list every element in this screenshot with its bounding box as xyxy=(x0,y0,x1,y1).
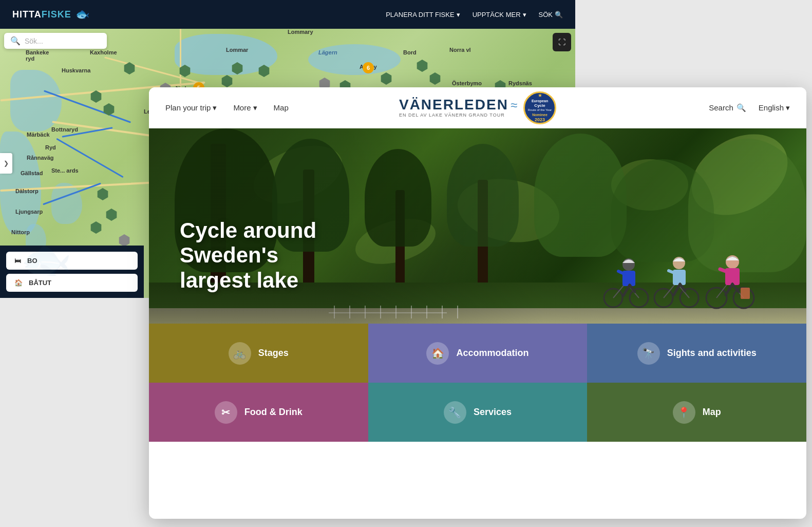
nav-planera[interactable]: PLANERA DITT FISKE ▾ xyxy=(386,11,460,18)
map-city-label: Österbymo xyxy=(452,80,482,86)
map-city-label: Rydsnäs xyxy=(508,80,532,86)
hittafiske-navbar: HITTAFISKE 🐟 PLANERA DITT FISKE ▾ UPPTÄC… xyxy=(0,0,575,29)
cyclist-1 xyxy=(603,236,649,313)
chevron-down-icon: ▾ xyxy=(457,11,460,18)
map-city-label: Lommary xyxy=(288,29,313,35)
search-placeholder: Sök... xyxy=(25,37,43,45)
category-stages[interactable]: 🚲 Stages xyxy=(149,324,368,383)
map-city-label: Kaxholme xyxy=(90,49,117,55)
nav-search[interactable]: Search 🔍 xyxy=(709,103,746,112)
hittafiske-logo[interactable]: HITTAFISKE 🐟 xyxy=(12,8,89,21)
vanerleden-nav-left: Plan your trip ▾ More ▾ Map xyxy=(165,103,289,112)
map-city-label: Bord xyxy=(403,49,417,55)
map-water-lake xyxy=(308,44,401,75)
house-icon: 🏠 xyxy=(14,279,23,287)
map-search-bar[interactable]: 🔍 Sök... xyxy=(4,33,107,49)
map-badge-orange[interactable]: 6 xyxy=(363,62,374,73)
vanerleden-card: Plan your trip ▾ More ▾ Map VÄNERLEDEN ≈… xyxy=(149,87,806,519)
nav-map[interactable]: Map xyxy=(274,103,289,112)
hittafiske-nav-links: PLANERA DITT FISKE ▾ UPPTÄCK MER ▾ SÖK 🔍 xyxy=(386,11,563,18)
services-icon: 🔧 xyxy=(444,401,466,424)
category-accommodation[interactable]: 🏠 Accommodation xyxy=(368,324,588,383)
wave-icon: ≈ xyxy=(511,98,517,112)
bed-icon: 🛏 xyxy=(14,257,21,265)
category-grid: 🚲 Stages 🏠 Accommodation 🔭 Sights and ac… xyxy=(149,324,806,442)
map-city-label: Ryd xyxy=(45,144,56,150)
map-city-label: Huskvarna xyxy=(62,67,90,73)
food-icon: ✂ xyxy=(215,401,237,424)
hero-section: Cycle around Sweden's largest lake xyxy=(149,128,806,324)
sights-icon: 🔭 xyxy=(637,342,660,365)
category-map[interactable]: 📍 Map xyxy=(587,383,806,442)
svg-rect-33 xyxy=(741,288,750,299)
svg-line-20 xyxy=(674,284,680,295)
accommodation-icon: 🏠 xyxy=(426,342,449,365)
map-fullscreen-button[interactable]: ⛶ xyxy=(553,33,571,51)
sidebar-item-batut[interactable]: 🏠 BÅTUT xyxy=(6,274,138,292)
nav-plan-trip[interactable]: Plan your trip ▾ xyxy=(165,103,217,112)
nav-more[interactable]: More ▾ xyxy=(233,103,257,112)
svg-line-31 xyxy=(726,284,732,295)
map-city-label: Lommar xyxy=(226,47,248,53)
map-city-label: Norra vl xyxy=(449,47,471,53)
fish-icon: 🐟 xyxy=(75,8,89,21)
map-city-label: Märbäck xyxy=(27,131,50,138)
vanerleden-navbar: Plan your trip ▾ More ▾ Map VÄNERLEDEN ≈… xyxy=(149,87,806,128)
category-sights[interactable]: 🔭 Sights and activities xyxy=(587,324,806,383)
map-city-label: Gällstad xyxy=(21,170,43,176)
cyclist-2 xyxy=(653,236,700,313)
fullscreen-icon: ⛶ xyxy=(558,38,565,46)
map-city-label: Ste... ards xyxy=(51,167,79,174)
stages-icon: 🚲 xyxy=(229,342,251,365)
map-city-label: Nittorp xyxy=(11,229,30,235)
search-icon: 🔍 xyxy=(555,11,563,18)
chevron-right-icon: ❯ xyxy=(4,160,9,167)
map-city-label: Bankekeryd xyxy=(26,49,49,62)
map-city-label: Dälstorp xyxy=(15,188,39,194)
map-lake-label: Lägern xyxy=(318,49,337,55)
nav-sok[interactable]: SÖK 🔍 xyxy=(539,11,563,18)
category-food[interactable]: ✂ Food & Drink xyxy=(149,383,368,442)
search-icon: 🔍 xyxy=(737,103,746,112)
vanerleden-logo: VÄNERLEDEN ≈ EN DEL AV LAKE VÄNERN GRAND… xyxy=(399,91,556,124)
category-services[interactable]: 🔧 Services xyxy=(368,383,588,442)
hittafiske-sidebar: 🐟 🛏 BO 🏠 BÅTUT xyxy=(0,246,144,298)
hero-text: Cycle around Sweden's largest lake xyxy=(180,218,416,293)
nominee-badge: ★ European Cycle Route of the Year Nomin… xyxy=(523,91,556,124)
map-city-label: Bottnaryd xyxy=(51,126,78,133)
cyclists xyxy=(603,231,755,313)
nav-upptack[interactable]: UPPTÄCK MER ▾ xyxy=(473,11,526,18)
chevron-down-icon: ▾ xyxy=(253,103,257,112)
map-toggle-button[interactable]: ❯ xyxy=(0,153,12,174)
nav-language[interactable]: English ▾ xyxy=(759,103,790,112)
chevron-down-icon: ▾ xyxy=(786,103,790,112)
map-city-label: Ljungsarp xyxy=(15,209,43,215)
chevron-down-icon: ▾ xyxy=(523,11,526,18)
map-icon: 📍 xyxy=(673,401,695,424)
chevron-down-icon: ▾ xyxy=(213,103,217,112)
sidebar-item-bo[interactable]: 🛏 BO xyxy=(6,252,138,270)
vanerleden-name: VÄNERLEDEN ≈ xyxy=(399,98,517,112)
vanerleden-nav-right: Search 🔍 English ▾ xyxy=(709,103,790,112)
search-icon: 🔍 xyxy=(10,36,21,46)
svg-line-9 xyxy=(624,285,630,295)
map-city-label: Rånnaväg xyxy=(27,155,54,161)
cyclist-3 xyxy=(704,231,755,313)
